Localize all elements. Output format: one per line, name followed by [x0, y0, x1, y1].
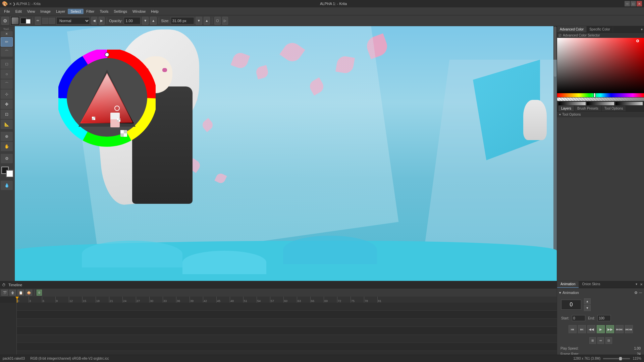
tab-onion-skins[interactable]: Onion Skins	[579, 281, 603, 288]
menu-window[interactable]: Window	[130, 9, 148, 14]
move-tool[interactable]: ✤	[1, 100, 13, 109]
frame-6: 6	[43, 299, 44, 303]
size-input[interactable]	[171, 17, 194, 24]
opacity-increase-btn[interactable]: ▲	[150, 17, 157, 25]
record-btn[interactable]: ⊟	[605, 337, 612, 344]
tab-layers[interactable]: Layers	[558, 106, 574, 111]
freehand-line-tool[interactable]: ⌒	[1, 47, 13, 57]
anim-settings-btn[interactable]: ⚙	[634, 291, 638, 295]
ellipse-select-tool[interactable]: ○	[1, 69, 13, 79]
maximize-button[interactable]: □	[631, 1, 636, 6]
menu-tools[interactable]: Tools	[97, 9, 111, 14]
zoom-tool[interactable]: ⊕	[1, 132, 13, 141]
rectangle-select-tool[interactable]: □	[1, 59, 13, 69]
tab-advanced-color[interactable]: Advanced Color	[557, 26, 587, 33]
playhead[interactable]	[17, 297, 17, 303]
menu-help[interactable]: Help	[148, 9, 161, 14]
start-input[interactable]	[572, 315, 585, 321]
menu-image[interactable]: Image	[38, 9, 53, 14]
blend-mode-select[interactable]: Normal Multiply Screen Overlay	[56, 17, 90, 24]
transform-tool[interactable]: ⊡	[1, 110, 13, 119]
color-panel-menu-btn[interactable]: ▾	[640, 26, 644, 33]
menu-filter[interactable]: Filter	[84, 9, 97, 14]
play-alt-btn[interactable]: ▶▶	[606, 325, 614, 333]
anim-panel-close[interactable]: ✕	[639, 281, 644, 288]
loop-btn[interactable]: ⊞	[589, 337, 596, 344]
frame-78: 78	[365, 299, 368, 303]
blend-next-btn[interactable]: ▶	[99, 17, 105, 25]
tab-brush-presets[interactable]: Brush Presets	[575, 106, 601, 111]
value-slider-2[interactable]	[587, 102, 614, 105]
background-color[interactable]	[26, 19, 31, 24]
contiguous-select-tool[interactable]: ⊹	[1, 89, 13, 99]
value-slider-3[interactable]	[615, 102, 643, 105]
timeline-content[interactable]	[0, 303, 644, 355]
step-back-btn[interactable]: ◀◀	[587, 325, 595, 333]
color-panel-checkbox[interactable]: ☑	[558, 34, 561, 37]
frame-down-btn[interactable]: ▼	[584, 305, 591, 311]
measure-tool[interactable]: 📐	[1, 120, 13, 129]
hue-bar[interactable]	[557, 93, 644, 97]
frame-72: 72	[338, 299, 341, 303]
opacity-input[interactable]	[124, 17, 141, 24]
close-tool-options-btn[interactable]: ✕	[1, 31, 13, 37]
path-tool[interactable]: ⌒	[1, 79, 13, 89]
menu-settings[interactable]: Settings	[111, 9, 130, 14]
last-frame-btn[interactable]: ⏭⏮	[625, 325, 633, 333]
tab-animation[interactable]: Animation	[557, 281, 579, 288]
first-frame-btn[interactable]: ⏮	[569, 325, 577, 333]
minimize-button[interactable]: ─	[625, 1, 630, 6]
svg-rect-7	[124, 133, 127, 137]
menu-layer[interactable]: Layer	[53, 9, 68, 14]
mirror-btn[interactable]: ▷	[222, 17, 228, 25]
opacity-bar[interactable]	[557, 98, 644, 101]
menu-select[interactable]: Select	[68, 9, 84, 14]
close-button[interactable]: ✕	[637, 1, 642, 6]
end-input[interactable]	[597, 315, 611, 321]
anim-minimize-btn[interactable]: ─	[639, 290, 642, 295]
anim-panel-menu[interactable]: ▾	[634, 281, 639, 288]
anim-toggle[interactable]: ▾	[559, 291, 561, 295]
menu-edit[interactable]: Edit	[13, 9, 24, 14]
freehand-brush-tool[interactable]: ✏	[1, 37, 13, 47]
frame-up-btn[interactable]: ▲	[584, 298, 591, 304]
opacity-decrease-btn[interactable]: ▼	[142, 17, 149, 25]
size-increase-btn[interactable]: ▲	[204, 17, 210, 25]
menu-file[interactable]: File	[1, 9, 13, 14]
current-frame-indicator[interactable]: 0	[37, 290, 42, 296]
animation-section-header: ▾ Animation ⚙ ─	[559, 290, 642, 295]
tool-options-toggle[interactable]: ▾	[559, 113, 561, 116]
color-picker-handle[interactable]	[636, 40, 639, 42]
eyedropper-tool[interactable]: 💧	[1, 181, 13, 190]
brush-settings-btn[interactable]: ✏	[35, 17, 41, 25]
timeline-onion-btn[interactable]: 🧅	[25, 290, 32, 296]
timeline-new-layer-btn[interactable]: 🎬	[1, 290, 8, 296]
color-wheel-popup[interactable]	[58, 50, 156, 147]
color-wheel-svg	[58, 50, 156, 147]
tool-options-icon[interactable]: ⚙	[1, 17, 9, 25]
zoom-slider[interactable]	[603, 358, 630, 359]
timeline-copy-btn[interactable]: 📋	[17, 290, 24, 296]
timeline-delete-btn[interactable]: 🗑	[9, 290, 16, 296]
background-color-swatch[interactable]	[6, 170, 13, 177]
prev-keyframe-btn[interactable]: ⏭	[578, 325, 586, 333]
color-selector[interactable]	[557, 38, 644, 105]
blend-prev-btn[interactable]: ◀	[91, 17, 97, 25]
tool-options-label: Tool Options	[562, 113, 581, 116]
zoom-slider-handle[interactable]	[619, 357, 622, 360]
tab-tool-options[interactable]: Tool Options	[602, 106, 626, 111]
color-gradient-area[interactable]	[557, 38, 644, 93]
end-row: End:	[588, 315, 611, 321]
bounce-btn[interactable]: ⇔	[597, 337, 604, 344]
pan-tool[interactable]: ✋	[1, 142, 13, 151]
value-slider-1[interactable]	[558, 102, 586, 105]
stabilizer-btn[interactable]: ⬡	[214, 17, 221, 25]
tab-specific-color[interactable]: Specific Color	[587, 26, 613, 33]
menu-view[interactable]: View	[24, 9, 38, 14]
size-decrease-btn[interactable]: ▼	[196, 17, 202, 25]
next-keyframe-btn[interactable]: ⏭⏭	[615, 325, 624, 333]
canvas-area[interactable]	[15, 26, 557, 281]
hue-handle[interactable]	[594, 93, 596, 98]
play-btn[interactable]: ▶	[597, 325, 605, 333]
smart-patch-tool[interactable]: ⚙	[1, 154, 13, 163]
